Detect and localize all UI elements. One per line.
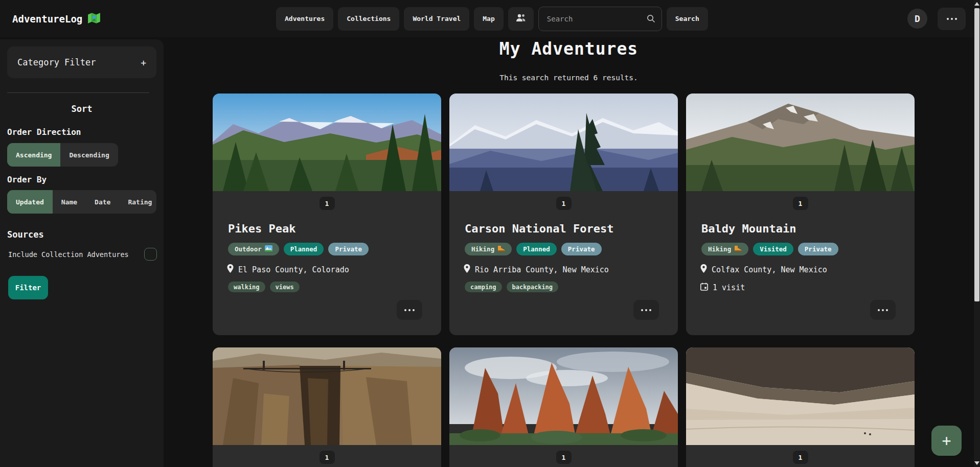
privacy-badge: Private xyxy=(798,243,838,255)
scroll-up-arrow-icon[interactable] xyxy=(974,2,979,6)
include-collection-label: Include Collection Adventures xyxy=(8,250,129,259)
nav-collections[interactable]: Collections xyxy=(338,7,399,31)
page-scrollbar[interactable] xyxy=(974,0,980,467)
adventure-grid: 1 Pikes Peak Outdoor Planned Private El … xyxy=(213,94,915,467)
tag-pill: camping xyxy=(465,282,502,292)
location-row: El Paso County, Colorado xyxy=(227,264,427,275)
filter-button[interactable]: Filter xyxy=(8,276,48,299)
location-pin-icon xyxy=(227,264,234,275)
results-count-text: This search returned 6 results. xyxy=(164,74,974,82)
location-row: Rio Arriba County, New Mexico xyxy=(464,264,664,275)
location-pin-icon xyxy=(464,264,470,275)
order-by-updated-option[interactable]: Updated xyxy=(7,190,53,214)
adventure-card: 1 Pikes Peak Outdoor Planned Private El … xyxy=(213,94,441,335)
location-row: Colfax County, New Mexico xyxy=(700,264,900,275)
privacy-badge: Private xyxy=(561,243,602,255)
adventure-count-badge: 1 xyxy=(320,451,335,464)
card-more-button[interactable] xyxy=(633,300,659,320)
adventure-title[interactable]: Pikes Peak xyxy=(228,222,426,235)
adventure-photo-sand-dunes[interactable] xyxy=(686,347,915,445)
nav-map[interactable]: Map xyxy=(474,7,503,31)
category-badge: Outdoor xyxy=(228,243,279,255)
tag-row: camping backpacking xyxy=(465,282,663,292)
visit-row: 1 visit xyxy=(700,283,900,293)
tag-pill: views xyxy=(270,282,300,292)
sidebar-divider xyxy=(7,92,149,93)
tag-pill: backpacking xyxy=(507,282,558,292)
order-by-label: Order By xyxy=(7,175,47,184)
sort-heading: Sort xyxy=(0,104,164,114)
ellipsis-icon xyxy=(404,309,415,311)
adventure-count-badge: 1 xyxy=(793,197,808,210)
adventure-count-badge: 1 xyxy=(793,451,808,464)
map-logo-icon xyxy=(87,11,101,27)
adventure-count-badge: 1 xyxy=(320,197,335,210)
category-badge: Hiking xyxy=(465,243,512,255)
visit-count-text: 1 visit xyxy=(713,283,745,292)
outdoor-icon xyxy=(265,245,272,253)
adventure-card: 1 xyxy=(686,347,915,467)
navbar-right: D xyxy=(907,0,966,37)
user-avatar[interactable]: D xyxy=(907,9,927,29)
scrollbar-thumb[interactable] xyxy=(974,8,979,301)
location-text: Colfax County, New Mexico xyxy=(712,265,827,274)
badge-row: Hiking Planned Private xyxy=(465,243,663,255)
card-more-button[interactable] xyxy=(397,300,422,320)
badge-row: Hiking Visited Private xyxy=(701,243,899,255)
card-more-button[interactable] xyxy=(870,300,896,320)
search-button[interactable]: Search xyxy=(667,7,708,31)
status-badge: Planned xyxy=(516,243,557,255)
status-badge: Visited xyxy=(753,243,793,255)
nav-links: Adventures Collections World Travel Map xyxy=(276,0,708,37)
calendar-icon xyxy=(700,283,708,293)
search-input[interactable] xyxy=(538,7,662,31)
navbar-more-button[interactable] xyxy=(938,8,966,30)
search-field-wrap xyxy=(538,7,662,31)
category-filter-toggle[interactable]: Category Filter + xyxy=(7,46,156,78)
sources-heading: Sources xyxy=(7,229,44,240)
adventure-card: 1 xyxy=(213,347,441,467)
tag-row: walking views xyxy=(228,282,426,292)
page-title: My Adventures xyxy=(164,39,974,59)
adventure-photo-royal-gorge[interactable] xyxy=(213,347,441,445)
order-by-date-option[interactable]: Date xyxy=(86,190,119,214)
adventure-photo-carson-forest[interactable] xyxy=(449,94,678,191)
location-text: Rio Arriba County, New Mexico xyxy=(475,265,609,274)
hiking-boot-icon xyxy=(734,245,742,253)
adventure-card: 1 Carson National Forest Hiking Planned … xyxy=(449,94,678,335)
order-by-name-option[interactable]: Name xyxy=(53,190,86,214)
order-descending-option[interactable]: Descending xyxy=(60,143,118,167)
category-badge: Hiking xyxy=(701,243,748,255)
nav-adventures[interactable]: Adventures xyxy=(276,7,333,31)
order-ascending-option[interactable]: Ascending xyxy=(7,143,60,167)
add-adventure-button[interactable]: + xyxy=(931,426,962,456)
order-by-segmented: Updated Name Date Rating xyxy=(7,190,156,214)
adventure-photo-garden-of-the-gods[interactable] xyxy=(449,347,678,445)
shared-users-button[interactable] xyxy=(508,7,534,31)
adventure-count-badge: 1 xyxy=(556,451,572,464)
adventure-card: 1 Baldy Mountain Hiking Visited Private … xyxy=(686,94,915,335)
location-text: El Paso County, Colorado xyxy=(238,265,349,274)
nav-world-travel[interactable]: World Travel xyxy=(404,7,469,31)
hiking-boot-icon xyxy=(497,245,505,253)
adventure-title[interactable]: Baldy Mountain xyxy=(701,222,899,235)
adventure-photo-pikes-peak[interactable] xyxy=(213,94,441,191)
adventure-count-badge: 1 xyxy=(556,197,572,210)
privacy-badge: Private xyxy=(328,243,369,255)
app-title: AdventureLog xyxy=(12,13,82,25)
app-logo[interactable]: AdventureLog xyxy=(12,0,101,37)
scroll-down-arrow-icon[interactable] xyxy=(974,461,979,465)
users-icon xyxy=(516,13,526,24)
top-navbar: AdventureLog Adventures Collections Worl… xyxy=(0,0,980,37)
adventure-card: 1 xyxy=(449,347,678,467)
adventure-title[interactable]: Carson National Forest xyxy=(465,222,663,235)
order-direction-label: Order Direction xyxy=(7,127,81,137)
include-collection-row: Include Collection Adventures xyxy=(8,248,157,261)
expand-plus-icon: + xyxy=(141,57,146,68)
include-collection-checkbox[interactable] xyxy=(144,248,157,261)
ellipsis-icon xyxy=(947,18,957,20)
status-badge: Planned xyxy=(284,243,324,255)
ellipsis-icon xyxy=(641,309,651,311)
order-by-rating-option[interactable]: Rating xyxy=(119,190,156,214)
adventure-photo-baldy-mountain[interactable] xyxy=(686,94,915,191)
